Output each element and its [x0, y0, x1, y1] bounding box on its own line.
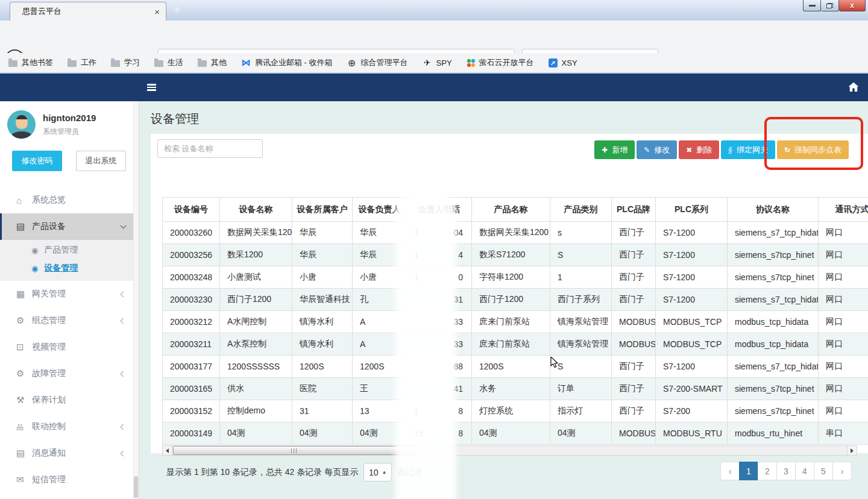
sidebar-item-system-overview[interactable]: 系统总览: [0, 187, 139, 213]
cell-product: 04测: [472, 422, 550, 445]
scroll-left-button[interactable]: [163, 446, 172, 455]
force-sync-button[interactable]: 强制同步点表: [777, 140, 849, 159]
sidebar-item-linkage-control[interactable]: 联动控制: [0, 413, 139, 440]
pager: ‹ 1 2 3 4 5 ›: [720, 462, 852, 480]
toolbar-button-label: 修改: [654, 145, 670, 155]
menu-item-label: 组态管理: [32, 315, 66, 326]
table-row[interactable]: 200003248 小唐测试 小唐 小唐 10 字符串1200 1 西门子 S7…: [163, 266, 868, 289]
table-header-cell[interactable]: 通讯方式: [819, 198, 868, 222]
add-button[interactable]: 新增: [594, 140, 635, 159]
pager-page-3[interactable]: 3: [776, 462, 796, 480]
table-row[interactable]: 200003230 西门子1200 华辰智通科技 孔 31 西门子1200 西门…: [163, 289, 868, 311]
sidebar-scrollbar-thumb[interactable]: [134, 476, 138, 498]
sidebar-item-space-mgmt[interactable]: 空间管理: [0, 493, 139, 499]
table-row[interactable]: 200003152 控制demo 31 13 18 灯控系统 指示灯 西门子 S…: [163, 400, 868, 422]
pager-page-2[interactable]: 2: [758, 462, 777, 480]
tab-close-icon[interactable]: ×: [154, 7, 160, 16]
scrollbar-thumb[interactable]: [173, 446, 416, 455]
bookmark-spy[interactable]: SPY: [423, 58, 452, 67]
table-row[interactable]: 200003165 供水 医院 王 41 水务 订单 西门子 S7-200-SM…: [163, 378, 868, 400]
new-tab-button[interactable]: +: [174, 2, 181, 17]
sidebar-item-sms-mgmt[interactable]: 短信管理: [0, 466, 139, 493]
sidebar-item-device-mgmt[interactable]: 设备管理: [0, 259, 139, 277]
phone-fragment-right: 8: [458, 406, 463, 416]
bookmark-icon: [423, 58, 432, 67]
bookmark-study[interactable]: 学习: [111, 57, 140, 68]
sidebar-item-fault-mgmt[interactable]: 故障管理: [0, 360, 139, 387]
device-search-input[interactable]: [157, 139, 263, 158]
table-header-cell[interactable]: 设备所属客户: [292, 198, 353, 222]
table-row[interactable]: 200003212 A水闸控制 镇海水利 A 33 庶来门前泵站 镇海泵站管理 …: [163, 311, 868, 333]
menu-item-icon: [16, 474, 32, 485]
bookmark-life[interactable]: 生活: [154, 57, 183, 68]
bookmark-other-bookmarks[interactable]: 其他书签: [8, 57, 53, 68]
minimize-icon: [809, 5, 816, 7]
cell-protocol: modbus_tcp_hidata: [728, 311, 819, 333]
table-header-row: 设备编号 设备名称 设备所属客户 设备负责人 负责人电话 产品名称: [163, 198, 868, 222]
sidebar-item-product-device[interactable]: 产品设备: [0, 213, 139, 240]
cell-protocol: modbus_rtu_hinet: [728, 422, 819, 445]
user-role: 系统管理员: [43, 127, 96, 137]
logout-button[interactable]: 退出系统: [76, 151, 126, 171]
pager-page-1[interactable]: 1: [739, 462, 758, 480]
bookmark-icon: [198, 60, 207, 67]
change-password-button[interactable]: 修改密码: [12, 151, 62, 171]
cell-protocol: siemens_s7_tcp_hidata: [728, 222, 819, 244]
delete-button[interactable]: 删除: [679, 140, 719, 159]
submenu-item-label: 产品管理: [44, 245, 78, 256]
toolbar-button-icon: [686, 145, 692, 154]
pager-page-4[interactable]: 4: [795, 462, 814, 480]
app-home-icon[interactable]: [848, 82, 859, 95]
cell-comm: 网口: [819, 311, 868, 333]
bind-gateway-button[interactable]: 绑定网关: [721, 140, 775, 159]
sidebar-item-product-mgmt[interactable]: 产品管理: [0, 241, 139, 259]
sidebar-item-message-notify[interactable]: 消息通知: [0, 440, 139, 466]
bookmark-tencent-mail[interactable]: 腾讯企业邮箱 - 收件箱: [241, 57, 333, 68]
bookmark-mgmt-platform[interactable]: 综合管理平台: [347, 57, 408, 68]
page-size-select[interactable]: 10 ▲: [363, 463, 392, 482]
sidebar-item-maintenance-plan[interactable]: 保养计划: [0, 387, 139, 413]
pager-page-5[interactable]: 5: [814, 462, 833, 480]
cell-customer: 镇海水利: [292, 333, 353, 356]
browser-toolbar: ← → ↻ ⌂ iot.idosp.net/admin/index.html?l…: [0, 20, 868, 53]
table-header-cell[interactable]: 产品类别: [550, 198, 612, 222]
restore-button[interactable]: [821, 0, 839, 11]
table-row[interactable]: 200003211 A水泵控制 镇海水利 A 33 庶来门前泵站 镇海泵站管理 …: [163, 333, 868, 356]
bookmark-misc[interactable]: 其他: [198, 57, 227, 68]
sidebar-item-config-mgmt[interactable]: 组态管理: [0, 307, 139, 334]
minimize-button[interactable]: [803, 0, 821, 11]
cell-plc-series: S7-200: [656, 400, 728, 422]
horizontal-scrollbar[interactable]: [162, 445, 857, 456]
chevron-icon: [121, 450, 127, 456]
bookmark-label: SPY: [436, 58, 452, 67]
table-header-cell[interactable]: PLC系列: [656, 198, 728, 222]
table-row[interactable]: 200003149 04测 04测 04测 158 04测 04测 MODBUS…: [163, 422, 868, 445]
bookmark-xsy[interactable]: XSY: [549, 58, 577, 67]
scroll-right-button[interactable]: [847, 446, 857, 455]
table-header-cell[interactable]: 产品名称: [472, 198, 550, 222]
table-header-cell[interactable]: 协议名称: [728, 198, 819, 222]
edit-button[interactable]: 修改: [637, 140, 677, 159]
cell-product: 字符串1200: [472, 266, 550, 289]
table-header-cell[interactable]: 设备名称: [220, 198, 292, 222]
table-row[interactable]: 200003256 数采1200 华辰 华辰 14 数采S71200 S 西门子…: [163, 244, 868, 266]
menu-item-label: 系统总览: [32, 195, 66, 206]
table-header-cell[interactable]: 设备编号: [163, 198, 220, 222]
bookmark-label: 综合管理平台: [361, 57, 408, 68]
browser-tab[interactable]: 思普云平台 ×: [10, 2, 166, 20]
table-row[interactable]: 200003260 数据网关采集1200 华辰 华辰 104 数据网关采集120…: [163, 222, 868, 244]
bookmark-ezviz[interactable]: 萤石云开放平台: [467, 57, 534, 68]
submenu-item-label: 设备管理: [44, 263, 78, 274]
sidebar-item-gateway-mgmt[interactable]: 网关管理: [0, 281, 139, 307]
cell-plc-brand: 西门子: [612, 222, 656, 244]
table-header-cell[interactable]: PLC品牌: [612, 198, 656, 222]
sidebar-scrollbar[interactable]: [133, 101, 139, 499]
sidebar-item-video-mgmt[interactable]: 视频管理: [0, 334, 139, 360]
pager-prev[interactable]: ‹: [720, 462, 740, 480]
pager-next[interactable]: ›: [832, 462, 852, 480]
table-row[interactable]: 200003177 1200SSSSSS 1200S 1200S 88 1200…: [163, 356, 868, 378]
sidebar-collapse-icon[interactable]: [147, 84, 156, 91]
close-button[interactable]: x: [839, 0, 866, 11]
bookmark-work[interactable]: 工作: [68, 57, 96, 68]
avatar[interactable]: [7, 110, 36, 139]
